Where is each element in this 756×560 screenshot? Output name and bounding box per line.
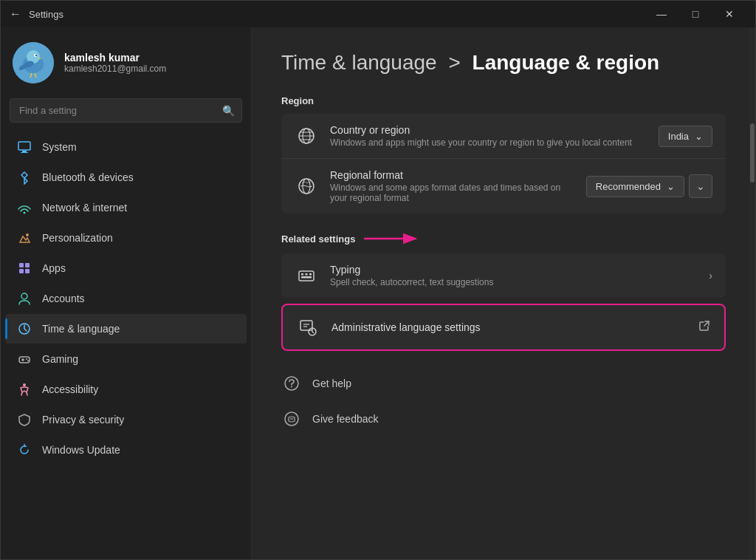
regional-format-icon [295,174,318,198]
region-section-title: Region [281,95,726,106]
scrollbar-thumb[interactable] [750,123,755,182]
country-region-control: India ⌄ [659,126,712,147]
region-settings-card: Country or region Windows and apps might… [281,114,726,214]
search-input[interactable] [10,98,242,123]
regional-format-control: Recommended ⌄ ⌄ [586,174,712,198]
system-icon [17,140,32,154]
sidebar-item-personalization[interactable]: Personalization [5,223,247,253]
regional-format-expand-btn[interactable]: ⌄ [689,174,712,198]
svg-rect-10 [18,142,30,150]
sidebar-item-system-label: System [42,141,77,153]
svg-rect-11 [22,151,27,152]
sidebar-item-gaming-label: Gaming [42,353,78,365]
regional-format-label: Regional format [330,169,574,181]
accessibility-icon [17,382,32,397]
get-help-label: Get help [312,378,351,389]
svg-point-26 [23,383,26,386]
sidebar-item-apps[interactable]: Apps [5,253,247,283]
window-controls: — □ ✕ [645,1,746,27]
regional-format-chevron: ⌄ [667,181,675,192]
minimize-button[interactable]: — [645,1,678,27]
search-box: 🔍 [10,98,242,123]
sidebar-item-accounts[interactable]: Accounts [5,284,247,313]
country-region-dropdown[interactable]: India ⌄ [659,126,712,147]
country-region-row[interactable]: Country or region Windows and apps might… [281,114,726,159]
personalization-icon [17,231,32,245]
sidebar-item-network-label: Network & internet [42,202,127,214]
typing-row[interactable]: Typing Spell check, autocorrect, text su… [281,253,726,298]
bottom-links: Get help Give feedback [281,366,726,437]
expand-chevron-icon: ⌄ [696,180,705,192]
privacy-icon [17,412,32,427]
svg-rect-16 [25,263,30,267]
sidebar-item-accessibility-label: Accessibility [42,383,98,395]
country-region-value: India [668,131,689,142]
sidebar-item-windows-update[interactable]: Windows Update [5,435,247,465]
sidebar-item-windows-update-label: Windows Update [42,444,120,456]
get-help-link[interactable]: Get help [281,366,726,401]
sidebar-item-accessibility[interactable]: Accessibility [5,375,247,404]
user-name: kamlesh kumar [64,52,166,64]
regional-format-row[interactable]: Regional format Windows and some apps fo… [281,159,726,214]
close-button[interactable]: ✕ [712,1,746,27]
country-region-text: Country or region Windows and apps might… [330,124,647,148]
back-button[interactable]: ← [10,7,21,21]
admin-lang-card[interactable]: Administrative language settings [281,304,726,351]
svg-rect-15 [19,263,24,267]
give-feedback-link[interactable]: Give feedback [281,401,726,437]
admin-lang-icon [296,315,320,339]
give-feedback-icon [281,409,302,429]
svg-rect-37 [301,273,303,276]
breadcrumb-separator: > [448,51,460,74]
svg-rect-39 [309,273,312,276]
user-profile[interactable]: kamlesh kumar kamlesh2011@gmail.com [1,27,251,98]
sidebar-item-privacy-label: Privacy & security [42,414,124,426]
sidebar-item-personalization-label: Personalization [42,232,113,244]
give-feedback-label: Give feedback [312,413,379,425]
svg-point-25 [27,360,29,361]
sidebar-item-privacy-security[interactable]: Privacy & security [5,405,247,434]
sidebar-item-system[interactable]: System [5,132,247,162]
regional-format-value: Recommended [596,181,661,192]
regional-format-desc: Windows and some apps format dates and t… [330,182,574,203]
content-area: kamlesh kumar kamlesh2011@gmail.com 🔍 Sy… [1,27,755,559]
scrollbar-track [749,27,755,559]
accounts-icon [17,291,32,306]
country-region-chevron: ⌄ [695,131,703,142]
user-email: kamlesh2011@gmail.com [64,64,166,74]
avatar [13,42,54,83]
window-title: Settings [29,9,645,20]
typing-text: Typing Spell check, autocorrect, text su… [330,264,697,287]
get-help-icon [281,373,302,394]
svg-point-4 [35,55,37,56]
bluetooth-icon [17,170,32,185]
svg-rect-17 [19,269,24,273]
regional-format-dropdown[interactable]: Recommended ⌄ [586,176,684,197]
country-region-icon [295,124,318,148]
svg-point-19 [21,293,27,299]
related-settings-arrow [364,231,423,246]
main-content: Time & language > Language & region Regi… [252,27,755,559]
sidebar-item-gaming[interactable]: Gaming [5,344,247,374]
svg-line-44 [312,332,314,333]
external-link-icon [698,319,711,335]
sidebar-item-bluetooth-label: Bluetooth & devices [42,171,134,183]
apps-icon [17,261,32,276]
typing-desc: Spell check, autocorrect, text suggestio… [330,277,697,287]
svg-rect-12 [21,152,28,153]
sidebar-item-bluetooth[interactable]: Bluetooth & devices [5,163,247,192]
typing-card: Typing Spell check, autocorrect, text su… [281,253,726,298]
sidebar-item-network[interactable]: Network & internet [5,193,247,222]
network-icon [17,200,32,215]
titlebar: ← Settings — □ ✕ [1,1,755,27]
typing-icon [295,264,318,287]
settings-window: ← Settings — □ ✕ [0,0,756,560]
svg-rect-36 [299,271,314,281]
country-region-desc: Windows and apps might use your country … [330,137,647,148]
sidebar-item-time-language[interactable]: Time & language [5,314,247,344]
search-icon: 🔍 [222,105,235,117]
maximize-button[interactable]: □ [678,1,712,27]
svg-rect-38 [306,273,308,276]
user-info: kamlesh kumar kamlesh2011@gmail.com [64,52,166,74]
svg-rect-40 [301,276,312,279]
